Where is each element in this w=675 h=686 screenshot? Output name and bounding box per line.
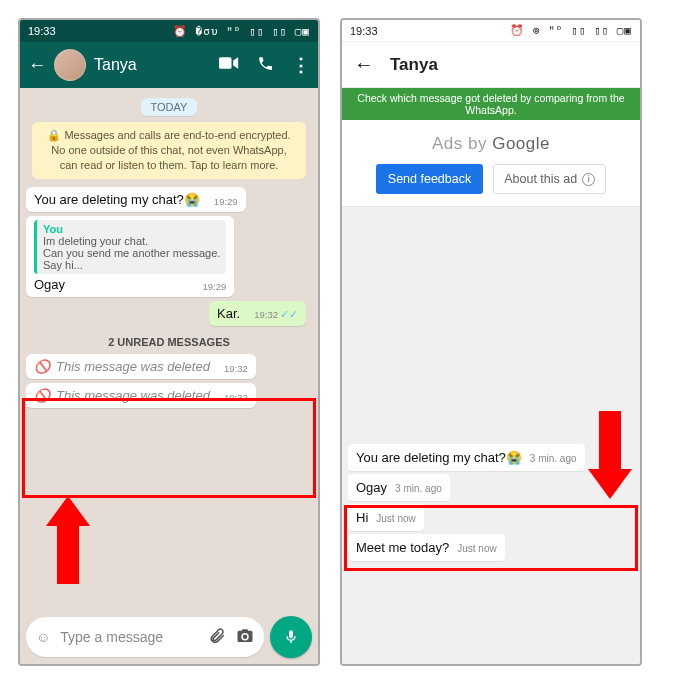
message-text: Ogay <box>34 277 65 292</box>
message-input[interactable]: ☺ Type a message <box>26 617 264 657</box>
voice-call-icon[interactable] <box>257 55 274 76</box>
quote-block: You Im deleting your chat. Can you send … <box>34 220 226 274</box>
block-icon: 🚫 <box>34 359 50 374</box>
message-in-quoted[interactable]: You Im deleting your chat. Can you send … <box>26 216 234 297</box>
arrow-up-icon <box>48 496 88 586</box>
ad-panel: Ads by Google Send feedback About this a… <box>342 120 640 207</box>
encryption-notice[interactable]: 🔒 Messages and calls are end-to-end encr… <box>32 122 306 179</box>
send-feedback-button[interactable]: Send feedback <box>376 164 483 194</box>
unread-divider: 2 UNREAD MESSAGES <box>26 336 312 348</box>
message-text: You are deleting my chat?😭 <box>34 192 200 207</box>
quote-text: Im deleting your chat. Can you send me a… <box>43 235 220 271</box>
info-banner: Check which message got deleted by compa… <box>342 88 640 120</box>
message-deleted[interactable]: 🚫 This message was deleted 19:32 <box>26 354 256 379</box>
message-time: 3 min. ago <box>395 483 442 494</box>
input-bar: ☺ Type a message <box>26 616 312 658</box>
back-icon[interactable]: ← <box>28 55 46 76</box>
contact-name[interactable]: Tanya <box>94 56 211 74</box>
contact-name: Tanya <box>390 55 438 75</box>
status-bar: 19:33 ⏰ �συ ᴴᴰ ▯▯ ▯▯ ▢▣ <box>20 20 318 42</box>
status-icons: ⏰ �συ ᴴᴰ ▯▯ ▯▯ ▢▣ <box>173 25 310 38</box>
recovered-message[interactable]: Ogay 3 min. ago <box>348 474 450 501</box>
chat-header: ← Tanya ⋮ <box>20 42 318 88</box>
message-time: Just now <box>376 513 415 524</box>
back-icon[interactable]: ← <box>354 53 374 76</box>
more-icon[interactable]: ⋮ <box>292 54 310 76</box>
chat-body[interactable]: TODAY 🔒 Messages and calls are end-to-en… <box>20 88 318 664</box>
info-icon: i <box>582 173 595 186</box>
highlight-box <box>22 398 316 498</box>
video-call-icon[interactable] <box>219 56 239 74</box>
status-time: 19:33 <box>350 25 378 37</box>
recovery-app-screen: 19:33 ⏰ ⊚ ᴴᴰ ▯▯ ▯▯ ▢▣ ← Tanya Check whic… <box>340 18 642 666</box>
camera-icon[interactable] <box>236 627 254 648</box>
message-text: Hi <box>356 510 368 525</box>
ads-by-label: Ads by Google <box>342 134 640 154</box>
attach-icon[interactable] <box>208 627 226 648</box>
app-header: ← Tanya <box>342 42 640 88</box>
block-icon: 🚫 <box>34 388 50 403</box>
read-ticks-icon: ✓✓ <box>280 308 298 320</box>
recovered-message[interactable]: You are deleting my chat?😭 3 min. ago <box>348 444 585 471</box>
message-text: You are deleting my chat?😭 <box>356 450 522 465</box>
recovered-message[interactable]: Meet me today? Just now <box>348 534 505 561</box>
message-text: Meet me today? <box>356 540 449 555</box>
message-text: Kar. <box>217 306 240 321</box>
date-pill: TODAY <box>141 98 198 116</box>
message-time: 19:32 <box>224 363 248 374</box>
status-time: 19:33 <box>28 25 56 37</box>
message-time: 19:29 <box>214 196 238 207</box>
whatsapp-screen: 19:33 ⏰ �συ ᴴᴰ ▯▯ ▯▯ ▢▣ ← Tanya ⋮ TODAY … <box>18 18 320 666</box>
message-time: Just now <box>457 543 496 554</box>
recovered-message[interactable]: Hi Just now <box>348 504 424 531</box>
message-time: 3 min. ago <box>530 453 577 464</box>
message-out[interactable]: Kar. 19:32✓✓ <box>209 301 306 326</box>
message-text: This message was deleted <box>56 388 210 403</box>
message-time: 19:29 <box>203 281 227 292</box>
status-bar: 19:33 ⏰ ⊚ ᴴᴰ ▯▯ ▯▯ ▢▣ <box>342 20 640 42</box>
message-in[interactable]: You are deleting my chat?😭 19:29 <box>26 187 246 212</box>
about-ad-button[interactable]: About this ad i <box>493 164 606 194</box>
message-time: 19:32 <box>224 392 248 403</box>
message-deleted[interactable]: 🚫 This message was deleted 19:32 <box>26 383 256 408</box>
status-icons: ⏰ ⊚ ᴴᴰ ▯▯ ▯▯ ▢▣ <box>510 24 632 37</box>
app-body[interactable]: You are deleting my chat?😭 3 min. ago Og… <box>342 207 640 664</box>
input-placeholder: Type a message <box>60 629 198 645</box>
quote-sender: You <box>43 223 220 235</box>
svg-rect-0 <box>219 57 232 69</box>
message-text: This message was deleted <box>56 359 210 374</box>
avatar[interactable] <box>54 49 86 81</box>
message-text: Ogay <box>356 480 387 495</box>
mic-button[interactable] <box>270 616 312 658</box>
emoji-icon[interactable]: ☺ <box>36 629 50 645</box>
message-time: 19:32✓✓ <box>254 308 298 321</box>
